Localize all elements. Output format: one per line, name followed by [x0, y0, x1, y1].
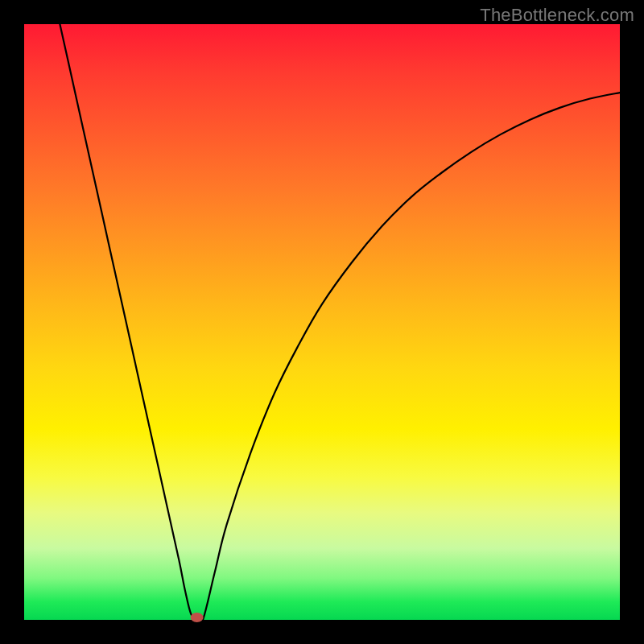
chart-svg [24, 24, 620, 620]
bottleneck-curve [60, 24, 620, 624]
plot-area [24, 24, 620, 620]
chart-frame: TheBottleneck.com [0, 0, 644, 644]
optimum-marker [191, 613, 204, 622]
watermark-text: TheBottleneck.com [480, 5, 634, 26]
